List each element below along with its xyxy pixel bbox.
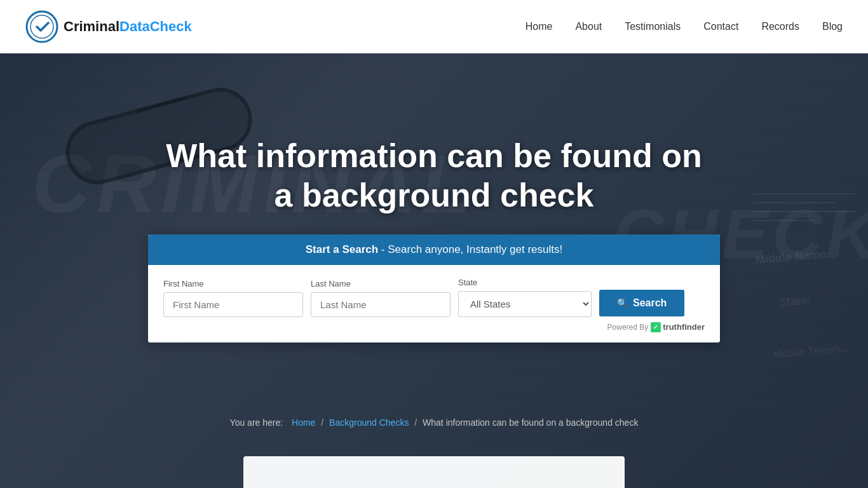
logo[interactable]: CriminalDataCheck bbox=[25, 10, 192, 43]
state-label: State bbox=[458, 278, 592, 287]
logo-icon bbox=[25, 10, 58, 43]
breadcrumb-prefix: You are here: bbox=[230, 417, 283, 428]
first-name-label: First Name bbox=[163, 279, 303, 288]
logo-text: CriminalDataCheck bbox=[64, 18, 192, 35]
bottom-content-peek bbox=[243, 456, 625, 488]
powered-by: Powered By ✓ truthfinder bbox=[163, 322, 705, 332]
search-button-label: Search bbox=[633, 297, 667, 309]
hero-section: CRIMINAL CHECK Middle Name: State: Mobil… bbox=[0, 53, 868, 488]
search-box: Start a Search - Search anyone, Instantl… bbox=[148, 234, 720, 342]
first-name-field-group: First Name bbox=[163, 279, 303, 317]
search-button[interactable]: 🔍 Search bbox=[599, 290, 684, 316]
breadcrumb-section-link[interactable]: Background Checks bbox=[329, 417, 409, 428]
svg-point-0 bbox=[27, 11, 57, 42]
svg-point-1 bbox=[31, 15, 53, 38]
nav-about[interactable]: About bbox=[575, 21, 602, 32]
breadcrumb-sep3: / bbox=[414, 417, 417, 428]
search-subtitle: - Search anyone, Instantly get results! bbox=[381, 243, 562, 255]
breadcrumb-sep2: / bbox=[321, 417, 323, 428]
search-box-header-text: Start a Search - Search anyone, Instantl… bbox=[306, 243, 562, 255]
truthfinder-label: truthfinder bbox=[663, 322, 705, 332]
breadcrumb: You are here: Home / Background Checks /… bbox=[0, 417, 868, 428]
state-select[interactable]: All States Alabama Alaska Arizona Arkans… bbox=[458, 291, 592, 317]
site-header: CriminalDataCheck Home About Testimonial… bbox=[0, 0, 868, 53]
first-name-input[interactable] bbox=[163, 292, 303, 317]
truthfinder-icon: ✓ bbox=[651, 322, 661, 332]
nav-contact[interactable]: Contact bbox=[703, 21, 738, 32]
last-name-label: Last Name bbox=[311, 279, 451, 288]
nav-testimonials[interactable]: Testimonials bbox=[625, 21, 681, 32]
search-magnifier-icon: 🔍 bbox=[617, 298, 628, 308]
last-name-input[interactable] bbox=[311, 292, 451, 317]
search-box-body: First Name Last Name State All States Al… bbox=[148, 265, 720, 342]
truthfinder-badge: ✓ truthfinder bbox=[651, 322, 705, 332]
last-name-field-group: Last Name bbox=[311, 279, 451, 317]
breadcrumb-home-link[interactable]: Home bbox=[292, 417, 315, 428]
breadcrumb-current: What information can be found on a backg… bbox=[423, 417, 638, 428]
hero-content: What information can be found on a backg… bbox=[0, 53, 868, 342]
search-fields: First Name Last Name State All States Al… bbox=[163, 278, 705, 317]
state-field-group: State All States Alabama Alaska Arizona … bbox=[458, 278, 592, 317]
search-box-header: Start a Search - Search anyone, Instantl… bbox=[148, 234, 720, 265]
nav-home[interactable]: Home bbox=[526, 21, 553, 32]
nav-blog[interactable]: Blog bbox=[822, 21, 843, 32]
main-nav: Home About Testimonials Contact Records … bbox=[526, 21, 843, 32]
nav-records[interactable]: Records bbox=[761, 21, 799, 32]
hero-title: What information can be found on a backg… bbox=[161, 136, 707, 215]
search-start-label: Start a Search bbox=[306, 243, 378, 255]
powered-by-label: Powered By bbox=[607, 323, 649, 332]
